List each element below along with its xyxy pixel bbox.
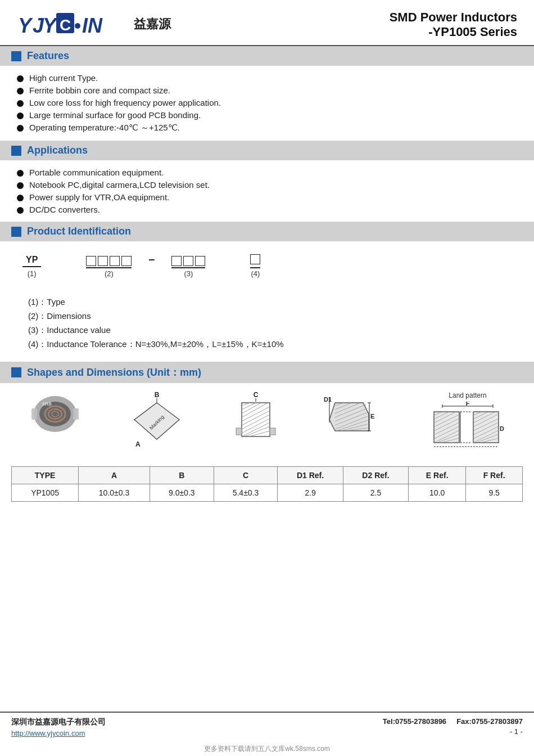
- list-item: Ferrite bobbin core and compact size.: [17, 86, 517, 95]
- shapes-images: 6R8 B Marking A: [11, 392, 523, 458]
- inductor-svg: 6R8: [30, 392, 80, 436]
- app-text-3: Power supply for VTR,OA equipment.: [29, 192, 169, 202]
- shapes-square-icon: [11, 367, 21, 377]
- svg-text:Y: Y: [18, 14, 33, 37]
- svg-line-28: [242, 415, 270, 429]
- dimensions-table: TYPE A B C D1 Ref. D2 Ref. E Ref. F Ref.…: [11, 466, 523, 502]
- svg-line-23: [242, 403, 256, 410]
- pid-label-2: (2): [105, 269, 114, 278]
- pid-box: [110, 256, 120, 266]
- bullet-icon: [17, 112, 24, 119]
- footer-left: 深圳市益嘉源电子有限公司 http://www.yjycoin.com: [11, 717, 106, 737]
- svg-line-31: [245, 426, 270, 436]
- side-svg: C: [233, 392, 278, 448]
- bullet-icon: [17, 100, 24, 107]
- product-id-title: Product Identification: [27, 226, 131, 237]
- app-text-4: DC/DC converters.: [29, 205, 100, 214]
- land-pattern-svg: F: [431, 402, 504, 458]
- land-pattern-label: Land pattern: [449, 392, 486, 399]
- crosssection-diagram: D1 E: [321, 392, 388, 448]
- app-text-1: Portable communication equipment.: [29, 168, 164, 177]
- svg-text:A: A: [135, 440, 141, 448]
- svg-line-30: [242, 422, 270, 436]
- bullet-icon: [17, 207, 24, 214]
- title-area: SMD Power Inductors -YP1005 Series: [390, 10, 517, 39]
- svg-text:E: E: [370, 413, 374, 420]
- list-item: Large terminal surface for good PCB bond…: [17, 110, 517, 120]
- svg-point-5: [75, 23, 80, 29]
- svg-text:IN: IN: [82, 14, 103, 37]
- cell-d2: 2.5: [343, 484, 408, 502]
- header: Y J Y C IN 益嘉源 SMD Power Inductors -YP10…: [0, 0, 534, 46]
- svg-rect-21: [242, 403, 270, 436]
- applications-header: Applications: [0, 141, 534, 160]
- svg-rect-13: [31, 408, 37, 420]
- footer-website[interactable]: http://www.yjycoin.com: [11, 729, 85, 737]
- pid-box: [183, 256, 193, 266]
- table-row: YP1005 10.0±0.3 9.0±0.3 5.4±0.3 2.9 2.5 …: [12, 484, 523, 502]
- table-header-d1: D1 Ref.: [278, 467, 343, 484]
- pid-prefix: YP: [22, 255, 41, 267]
- table-header-type: TYPE: [12, 467, 79, 484]
- pid-box: [195, 256, 205, 266]
- title-main: SMD Power Inductors: [390, 10, 517, 25]
- bullet-icon: [17, 125, 24, 132]
- pid-label-3: (3): [184, 269, 193, 278]
- spacer: [0, 516, 534, 712]
- shapes-header: Shapes and Dimensions (Unit：mm): [0, 362, 534, 383]
- svg-rect-14: [73, 408, 79, 420]
- feature-text-4: Large terminal surface for good PCB bond…: [29, 110, 201, 120]
- logo-svg: Y J Y C IN: [17, 10, 129, 38]
- pid-note-4: (4)：Inductance Tolerance：N=±30%,M=±20%，L…: [28, 339, 506, 350]
- svg-line-27: [242, 411, 270, 425]
- svg-text:D2: D2: [500, 425, 504, 432]
- outline-svg: B Marking A: [123, 392, 191, 448]
- svg-text:B: B: [155, 392, 160, 399]
- pid-group-2: (2): [86, 256, 132, 278]
- table-header-e: E Ref.: [409, 467, 466, 484]
- pid-group-1: YP (1): [22, 255, 41, 278]
- side-diagram: C: [233, 392, 278, 448]
- land-pattern-diagram: Land pattern F: [431, 392, 504, 458]
- features-header: Features: [0, 46, 534, 66]
- svg-line-29: [242, 418, 270, 433]
- pid-group-4: (4): [250, 254, 260, 278]
- feature-text-2: Ferrite bobbin core and compact size.: [29, 86, 170, 95]
- applications-content: Portable communication equipment. Notebo…: [0, 160, 534, 222]
- outline-diagram: B Marking A: [123, 392, 191, 448]
- crosssection-svg: D1 E: [321, 392, 388, 448]
- cell-d1: 2.9: [278, 484, 343, 502]
- footer: 深圳市益嘉源电子有限公司 http://www.yjycoin.com Tel:…: [0, 712, 534, 742]
- pid-label-1: (1): [28, 269, 37, 278]
- logo-area: Y J Y C IN 益嘉源: [17, 10, 171, 38]
- pid-boxes-4: [250, 254, 260, 268]
- list-item: High current Type.: [17, 73, 517, 83]
- svg-text:C: C: [254, 392, 259, 399]
- pid-separator: –: [148, 253, 155, 266]
- features-title: Features: [27, 50, 69, 62]
- pid-boxes-3: [171, 256, 205, 268]
- cell-f: 9.5: [466, 484, 523, 502]
- list-item: Notebook PC,digital carmera,LCD televisi…: [17, 180, 517, 190]
- footer-page: - 1 -: [383, 727, 523, 736]
- applications-title: Applications: [27, 145, 88, 156]
- cell-a: 10.0±0.3: [79, 484, 150, 502]
- cell-c: 5.4±0.3: [214, 484, 278, 502]
- product-id-header: Product Identification: [0, 222, 534, 241]
- table-header-a: A: [79, 467, 150, 484]
- feature-text-3: Low core loss for high frequency power a…: [29, 98, 221, 107]
- list-item: Operating temperature:-40℃ ～+125℃.: [17, 123, 517, 133]
- bullet-icon: [17, 88, 24, 94]
- shapes-section: 6R8 B Marking A: [0, 383, 534, 516]
- svg-text:D1: D1: [324, 396, 332, 403]
- logo-chinese: 益嘉源: [134, 16, 171, 33]
- pid-box: [121, 256, 132, 266]
- table-header-b: B: [150, 467, 214, 484]
- list-item: Power supply for VTR,OA equipment.: [17, 192, 517, 202]
- bullet-icon: [17, 75, 24, 82]
- features-square-icon: [11, 51, 21, 61]
- cell-e: 10.0: [409, 484, 466, 502]
- svg-rect-33: [236, 428, 242, 435]
- list-item: Portable communication equipment.: [17, 168, 517, 177]
- bullet-icon: [17, 182, 24, 189]
